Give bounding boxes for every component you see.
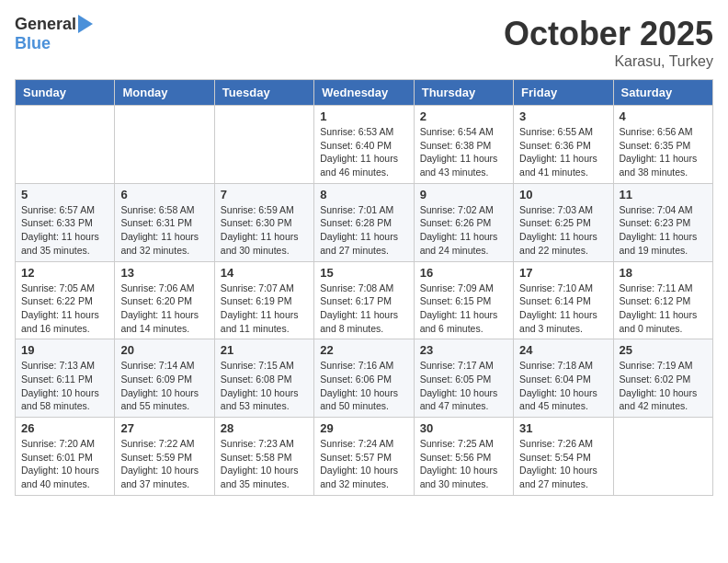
day-cell: 9 Sunrise: 7:02 AM Sunset: 6:26 PM Dayli… bbox=[414, 183, 513, 261]
day-info: Sunrise: 7:19 AM Sunset: 6:02 PM Dayligh… bbox=[620, 359, 707, 413]
day-info: Sunrise: 7:05 AM Sunset: 6:22 PM Dayligh… bbox=[21, 282, 108, 336]
day-number: 28 bbox=[221, 421, 308, 435]
day-cell: 10 Sunrise: 7:03 AM Sunset: 6:25 PM Dayl… bbox=[514, 183, 613, 261]
day-number: 12 bbox=[21, 266, 108, 280]
day-cell: 16 Sunrise: 7:09 AM Sunset: 6:15 PM Dayl… bbox=[414, 261, 513, 339]
day-cell: 18 Sunrise: 7:11 AM Sunset: 6:12 PM Dayl… bbox=[613, 261, 712, 339]
day-cell: 1 Sunrise: 6:53 AM Sunset: 6:40 PM Dayli… bbox=[314, 106, 414, 184]
title-block: October 2025 Karasu, Turkey bbox=[504, 15, 713, 70]
day-cell: 27 Sunrise: 7:22 AM Sunset: 5:59 PM Dayl… bbox=[115, 418, 214, 496]
day-cell: 13 Sunrise: 7:06 AM Sunset: 6:20 PM Dayl… bbox=[115, 261, 214, 339]
day-cell: 2 Sunrise: 6:54 AM Sunset: 6:38 PM Dayli… bbox=[414, 106, 513, 184]
day-number: 15 bbox=[320, 266, 407, 280]
month-title: October 2025 bbox=[504, 15, 713, 53]
day-info: Sunrise: 7:13 AM Sunset: 6:11 PM Dayligh… bbox=[21, 359, 108, 413]
day-number: 20 bbox=[120, 343, 208, 357]
week-row-5: 26 Sunrise: 7:20 AM Sunset: 6:01 PM Dayl… bbox=[16, 418, 713, 496]
day-info: Sunrise: 6:53 AM Sunset: 6:40 PM Dayligh… bbox=[320, 125, 407, 179]
day-number: 18 bbox=[620, 266, 707, 280]
day-cell bbox=[214, 106, 313, 184]
day-number: 3 bbox=[519, 109, 607, 123]
week-row-4: 19 Sunrise: 7:13 AM Sunset: 6:11 PM Dayl… bbox=[16, 339, 713, 418]
day-info: Sunrise: 7:06 AM Sunset: 6:20 PM Dayligh… bbox=[120, 282, 208, 336]
day-cell: 25 Sunrise: 7:19 AM Sunset: 6:02 PM Dayl… bbox=[613, 339, 712, 418]
day-number: 14 bbox=[221, 266, 308, 280]
weekday-header-monday: Monday bbox=[115, 80, 214, 106]
day-cell: 20 Sunrise: 7:14 AM Sunset: 6:09 PM Dayl… bbox=[115, 339, 214, 418]
day-info: Sunrise: 6:56 AM Sunset: 6:35 PM Dayligh… bbox=[620, 125, 707, 179]
day-number: 23 bbox=[420, 343, 507, 357]
day-info: Sunrise: 7:18 AM Sunset: 6:04 PM Dayligh… bbox=[519, 359, 607, 413]
day-info: Sunrise: 7:14 AM Sunset: 6:09 PM Dayligh… bbox=[120, 359, 208, 413]
day-number: 4 bbox=[620, 109, 707, 123]
day-info: Sunrise: 7:11 AM Sunset: 6:12 PM Dayligh… bbox=[620, 282, 707, 336]
day-number: 13 bbox=[120, 266, 208, 280]
weekday-header-friday: Friday bbox=[514, 80, 613, 106]
day-cell: 31 Sunrise: 7:26 AM Sunset: 5:54 PM Dayl… bbox=[514, 418, 613, 496]
day-number: 2 bbox=[420, 109, 507, 123]
day-info: Sunrise: 7:09 AM Sunset: 6:15 PM Dayligh… bbox=[420, 282, 507, 336]
day-info: Sunrise: 7:23 AM Sunset: 5:58 PM Dayligh… bbox=[221, 437, 308, 491]
day-info: Sunrise: 7:20 AM Sunset: 6:01 PM Dayligh… bbox=[21, 437, 108, 491]
logo-general-text: General bbox=[15, 15, 76, 34]
day-info: Sunrise: 7:01 AM Sunset: 6:28 PM Dayligh… bbox=[320, 203, 407, 258]
day-cell: 6 Sunrise: 6:58 AM Sunset: 6:31 PM Dayli… bbox=[115, 183, 214, 261]
day-number: 25 bbox=[620, 343, 707, 357]
day-cell: 11 Sunrise: 7:04 AM Sunset: 6:23 PM Dayl… bbox=[613, 183, 712, 261]
day-info: Sunrise: 7:24 AM Sunset: 5:57 PM Dayligh… bbox=[320, 437, 407, 491]
day-number: 29 bbox=[320, 421, 407, 435]
weekday-header-saturday: Saturday bbox=[613, 80, 712, 106]
week-row-2: 5 Sunrise: 6:57 AM Sunset: 6:33 PM Dayli… bbox=[16, 183, 713, 261]
day-info: Sunrise: 7:22 AM Sunset: 5:59 PM Dayligh… bbox=[120, 437, 208, 491]
day-cell bbox=[613, 418, 712, 496]
day-info: Sunrise: 7:03 AM Sunset: 6:25 PM Dayligh… bbox=[519, 203, 607, 258]
location-title: Karasu, Turkey bbox=[504, 53, 713, 70]
day-number: 7 bbox=[221, 188, 308, 201]
page-header: General Blue October 2025 Karasu, Turkey bbox=[15, 15, 713, 70]
day-cell: 15 Sunrise: 7:08 AM Sunset: 6:17 PM Dayl… bbox=[314, 261, 414, 339]
logo: General Blue bbox=[15, 15, 93, 53]
day-number: 11 bbox=[620, 188, 707, 201]
day-cell: 17 Sunrise: 7:10 AM Sunset: 6:14 PM Dayl… bbox=[514, 261, 613, 339]
day-number: 21 bbox=[221, 343, 308, 357]
day-info: Sunrise: 7:25 AM Sunset: 5:56 PM Dayligh… bbox=[420, 437, 507, 491]
day-info: Sunrise: 7:15 AM Sunset: 6:08 PM Dayligh… bbox=[221, 359, 308, 413]
day-info: Sunrise: 7:10 AM Sunset: 6:14 PM Dayligh… bbox=[519, 282, 607, 336]
day-cell: 21 Sunrise: 7:15 AM Sunset: 6:08 PM Dayl… bbox=[214, 339, 313, 418]
day-number: 19 bbox=[21, 343, 108, 357]
day-info: Sunrise: 6:58 AM Sunset: 6:31 PM Dayligh… bbox=[120, 203, 208, 258]
day-info: Sunrise: 7:16 AM Sunset: 6:06 PM Dayligh… bbox=[320, 359, 407, 413]
day-number: 5 bbox=[21, 188, 108, 201]
day-number: 17 bbox=[519, 266, 607, 280]
day-info: Sunrise: 7:04 AM Sunset: 6:23 PM Dayligh… bbox=[620, 203, 707, 258]
day-number: 1 bbox=[320, 109, 407, 123]
weekday-header-row: SundayMondayTuesdayWednesdayThursdayFrid… bbox=[16, 80, 713, 106]
day-number: 9 bbox=[420, 188, 507, 201]
calendar-table: SundayMondayTuesdayWednesdayThursdayFrid… bbox=[15, 79, 713, 496]
weekday-header-thursday: Thursday bbox=[414, 80, 513, 106]
day-number: 8 bbox=[320, 188, 407, 201]
weekday-header-wednesday: Wednesday bbox=[314, 80, 414, 106]
day-cell: 7 Sunrise: 6:59 AM Sunset: 6:30 PM Dayli… bbox=[214, 183, 313, 261]
day-cell: 28 Sunrise: 7:23 AM Sunset: 5:58 PM Dayl… bbox=[214, 418, 313, 496]
day-cell: 8 Sunrise: 7:01 AM Sunset: 6:28 PM Dayli… bbox=[314, 183, 414, 261]
day-cell: 3 Sunrise: 6:55 AM Sunset: 6:36 PM Dayli… bbox=[514, 106, 613, 184]
day-info: Sunrise: 6:57 AM Sunset: 6:33 PM Dayligh… bbox=[21, 203, 108, 258]
day-cell: 5 Sunrise: 6:57 AM Sunset: 6:33 PM Dayli… bbox=[16, 183, 115, 261]
day-info: Sunrise: 6:55 AM Sunset: 6:36 PM Dayligh… bbox=[519, 125, 607, 179]
day-cell: 23 Sunrise: 7:17 AM Sunset: 6:05 PM Dayl… bbox=[414, 339, 513, 418]
day-info: Sunrise: 7:17 AM Sunset: 6:05 PM Dayligh… bbox=[420, 359, 507, 413]
day-info: Sunrise: 7:07 AM Sunset: 6:19 PM Dayligh… bbox=[221, 282, 308, 336]
day-info: Sunrise: 6:54 AM Sunset: 6:38 PM Dayligh… bbox=[420, 125, 507, 179]
day-cell: 29 Sunrise: 7:24 AM Sunset: 5:57 PM Dayl… bbox=[314, 418, 414, 496]
day-cell: 22 Sunrise: 7:16 AM Sunset: 6:06 PM Dayl… bbox=[314, 339, 414, 418]
weekday-header-tuesday: Tuesday bbox=[214, 80, 313, 106]
day-cell: 26 Sunrise: 7:20 AM Sunset: 6:01 PM Dayl… bbox=[16, 418, 115, 496]
day-info: Sunrise: 6:59 AM Sunset: 6:30 PM Dayligh… bbox=[221, 203, 308, 258]
day-number: 26 bbox=[21, 421, 108, 435]
day-number: 10 bbox=[519, 188, 607, 201]
day-number: 24 bbox=[519, 343, 607, 357]
day-cell: 30 Sunrise: 7:25 AM Sunset: 5:56 PM Dayl… bbox=[414, 418, 513, 496]
week-row-3: 12 Sunrise: 7:05 AM Sunset: 6:22 PM Dayl… bbox=[16, 261, 713, 339]
day-cell bbox=[16, 106, 115, 184]
